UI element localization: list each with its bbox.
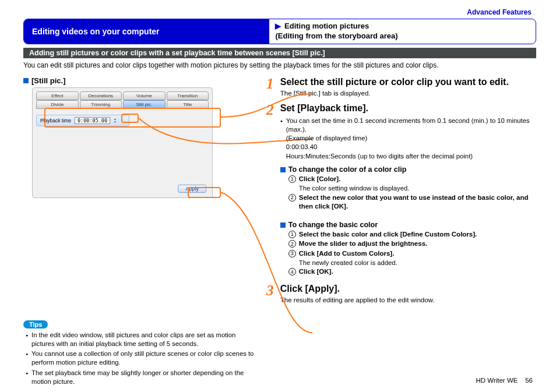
page-header: Editing videos on your computer ▶ Editin… bbox=[23, 19, 536, 44]
step-2-bullets: You can set the time in 0.1 second incre… bbox=[280, 116, 536, 161]
tab-transition[interactable]: Transition bbox=[167, 91, 209, 100]
tab-volume[interactable]: Volume bbox=[123, 91, 166, 100]
tip-item: You cannot use a collection of only stil… bbox=[26, 349, 259, 368]
panel-label: [Still pic.] bbox=[23, 76, 259, 85]
list-item: 2 Move the slider to adjust the brightne… bbox=[288, 239, 536, 249]
still-pic-panel: Effect Decorations Volume Transition Div… bbox=[32, 87, 213, 198]
circled-number-icon: 2 bbox=[288, 240, 296, 248]
step-2-bullet: You can set the time in 0.1 second incre… bbox=[280, 116, 536, 161]
circled-number-icon: 1 bbox=[288, 175, 296, 183]
header-left: Editing videos on your computer bbox=[24, 19, 269, 44]
sub2-list: 1 Select the basic color and click [Defi… bbox=[280, 230, 536, 277]
header-right: ▶ Editing motion pictures (Editing from … bbox=[269, 19, 403, 44]
left-column: [Still pic.] Effect Decorations Volume T… bbox=[23, 76, 259, 388]
advanced-features-link[interactable]: Advanced Features bbox=[23, 8, 536, 16]
list-item: 1 Click [Color]. bbox=[288, 175, 536, 184]
playback-time-label: Playback time bbox=[40, 118, 71, 123]
tip-item: The set playback time may be slightly lo… bbox=[26, 369, 259, 387]
step-1-sub: The [Still pic.] tab is displayed. bbox=[280, 90, 536, 97]
step-number: 2 bbox=[266, 103, 280, 277]
step-2: 2 Set [Playback time]. You can set the t… bbox=[266, 103, 536, 277]
circled-number-icon: 1 bbox=[288, 231, 296, 238]
tab-effect[interactable]: Effect bbox=[36, 91, 79, 100]
playback-time-control[interactable]: Playback time 0:00:05.00 ▲▼ bbox=[36, 115, 129, 126]
section-title-bar: Adding still pictures or color clips wit… bbox=[23, 48, 536, 58]
tab-decorations[interactable]: Decorations bbox=[80, 91, 122, 100]
subhead-basic-color: To change the basic color bbox=[280, 221, 536, 229]
tip-item: In the edit video window, still pictures… bbox=[26, 331, 259, 349]
step-3-title: Click [Apply]. bbox=[280, 283, 536, 295]
header-right-line2: (Editing from the storyboard area) bbox=[275, 31, 397, 40]
sub1-list: 1 Click [Color]. The color setting windo… bbox=[280, 175, 536, 211]
circled-number-icon: 2 bbox=[288, 194, 296, 202]
tab-divide[interactable]: Divide bbox=[36, 100, 79, 109]
tab-rows: Effect Decorations Volume Transition Div… bbox=[36, 91, 209, 109]
step-1: 1 Select the still picture or color clip… bbox=[266, 76, 536, 97]
step-3-sub: The results of editing are applied to th… bbox=[280, 296, 536, 303]
tips-list: In the edit video window, still pictures… bbox=[23, 331, 259, 387]
step-1-title: Select the still picture or color clip y… bbox=[280, 76, 536, 88]
intro-text: You can edit still pictures and color cl… bbox=[23, 61, 536, 70]
tips-label: Tips bbox=[23, 320, 48, 329]
right-column: 1 Select the still picture or color clip… bbox=[262, 76, 536, 388]
step-2-title: Set [Playback time]. bbox=[280, 103, 536, 114]
tab-title[interactable]: Title bbox=[167, 100, 209, 109]
step-3: 3 Click [Apply]. The results of editing … bbox=[266, 283, 536, 303]
step-number: 1 bbox=[266, 76, 280, 97]
square-bullet-icon bbox=[280, 223, 286, 228]
apply-button[interactable]: Apply bbox=[178, 185, 206, 193]
list-item: 2 Select the new color that you want to … bbox=[288, 193, 536, 211]
circled-number-icon: 4 bbox=[288, 268, 296, 276]
circled-number-icon: 3 bbox=[288, 250, 296, 257]
tab-trimming[interactable]: Trimming bbox=[80, 100, 122, 109]
tab-still-pic[interactable]: Still pic. bbox=[123, 100, 166, 109]
page-number: 56 bbox=[525, 377, 533, 384]
list-note: The newly created color is added. bbox=[288, 259, 536, 267]
square-bullet-icon bbox=[280, 167, 286, 172]
triangle-right-icon: ▶ bbox=[275, 22, 281, 30]
spinner-icon[interactable]: ▲▼ bbox=[114, 118, 117, 123]
subhead-change-color: To change the color of a color clip bbox=[280, 165, 536, 174]
page-footer: HD Writer WE 56 bbox=[476, 377, 533, 384]
playback-time-value[interactable]: 0:00:05.00 bbox=[75, 117, 110, 124]
list-item: 4 Click [OK]. bbox=[288, 267, 536, 277]
square-bullet-icon bbox=[23, 78, 29, 83]
list-note: The color setting window is displayed. bbox=[288, 184, 536, 193]
product-name: HD Writer WE bbox=[476, 377, 518, 384]
list-item: 1 Select the basic color and click [Defi… bbox=[288, 230, 536, 239]
list-item: 3 Click [Add to Custom Colors]. bbox=[288, 249, 536, 259]
header-right-line1: Editing motion pictures bbox=[284, 22, 369, 30]
step-number: 3 bbox=[266, 283, 280, 303]
